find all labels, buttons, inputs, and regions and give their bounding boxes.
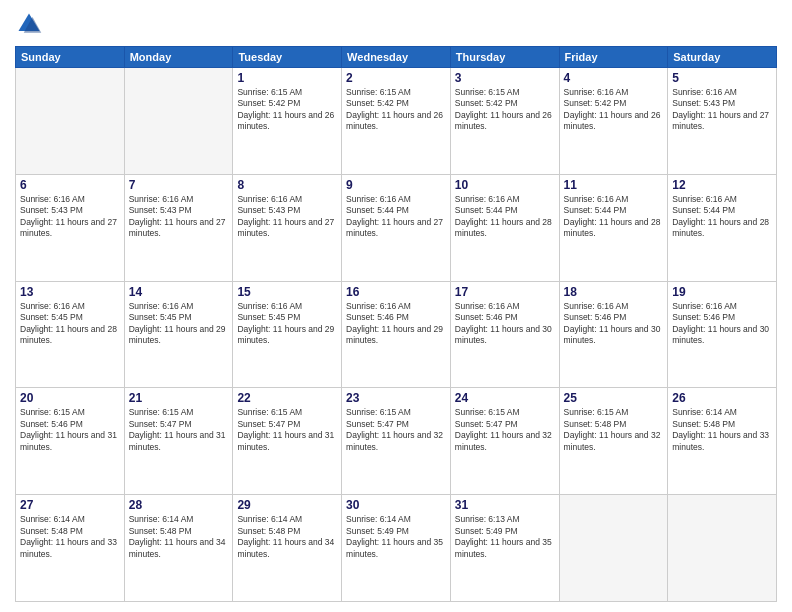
calendar-cell: 14Sunrise: 6:16 AM Sunset: 5:45 PM Dayli… bbox=[124, 281, 233, 388]
weekday-saturday: Saturday bbox=[668, 47, 777, 68]
week-row-3: 13Sunrise: 6:16 AM Sunset: 5:45 PM Dayli… bbox=[16, 281, 777, 388]
weekday-wednesday: Wednesday bbox=[342, 47, 451, 68]
cell-text: Sunrise: 6:13 AM Sunset: 5:49 PM Dayligh… bbox=[455, 514, 555, 560]
calendar-header: SundayMondayTuesdayWednesdayThursdayFrid… bbox=[16, 47, 777, 68]
calendar-cell: 3Sunrise: 6:15 AM Sunset: 5:42 PM Daylig… bbox=[450, 68, 559, 175]
calendar-cell: 27Sunrise: 6:14 AM Sunset: 5:48 PM Dayli… bbox=[16, 495, 125, 602]
cell-text: Sunrise: 6:15 AM Sunset: 5:47 PM Dayligh… bbox=[129, 407, 229, 453]
calendar-cell: 25Sunrise: 6:15 AM Sunset: 5:48 PM Dayli… bbox=[559, 388, 668, 495]
day-number: 2 bbox=[346, 71, 446, 85]
cell-text: Sunrise: 6:16 AM Sunset: 5:46 PM Dayligh… bbox=[564, 301, 664, 347]
day-number: 11 bbox=[564, 178, 664, 192]
day-number: 25 bbox=[564, 391, 664, 405]
day-number: 17 bbox=[455, 285, 555, 299]
logo bbox=[15, 10, 47, 38]
calendar-cell: 11Sunrise: 6:16 AM Sunset: 5:44 PM Dayli… bbox=[559, 174, 668, 281]
calendar-cell: 23Sunrise: 6:15 AM Sunset: 5:47 PM Dayli… bbox=[342, 388, 451, 495]
day-number: 7 bbox=[129, 178, 229, 192]
day-number: 9 bbox=[346, 178, 446, 192]
cell-text: Sunrise: 6:16 AM Sunset: 5:44 PM Dayligh… bbox=[346, 194, 446, 240]
day-number: 15 bbox=[237, 285, 337, 299]
calendar-cell bbox=[559, 495, 668, 602]
header bbox=[15, 10, 777, 38]
day-number: 1 bbox=[237, 71, 337, 85]
day-number: 16 bbox=[346, 285, 446, 299]
weekday-friday: Friday bbox=[559, 47, 668, 68]
calendar-cell: 2Sunrise: 6:15 AM Sunset: 5:42 PM Daylig… bbox=[342, 68, 451, 175]
calendar-cell: 20Sunrise: 6:15 AM Sunset: 5:46 PM Dayli… bbox=[16, 388, 125, 495]
day-number: 23 bbox=[346, 391, 446, 405]
calendar-cell: 17Sunrise: 6:16 AM Sunset: 5:46 PM Dayli… bbox=[450, 281, 559, 388]
cell-text: Sunrise: 6:16 AM Sunset: 5:45 PM Dayligh… bbox=[237, 301, 337, 347]
cell-text: Sunrise: 6:15 AM Sunset: 5:47 PM Dayligh… bbox=[346, 407, 446, 453]
week-row-1: 1Sunrise: 6:15 AM Sunset: 5:42 PM Daylig… bbox=[16, 68, 777, 175]
day-number: 24 bbox=[455, 391, 555, 405]
calendar-cell: 30Sunrise: 6:14 AM Sunset: 5:49 PM Dayli… bbox=[342, 495, 451, 602]
day-number: 12 bbox=[672, 178, 772, 192]
day-number: 31 bbox=[455, 498, 555, 512]
cell-text: Sunrise: 6:16 AM Sunset: 5:43 PM Dayligh… bbox=[237, 194, 337, 240]
day-number: 5 bbox=[672, 71, 772, 85]
calendar-cell: 9Sunrise: 6:16 AM Sunset: 5:44 PM Daylig… bbox=[342, 174, 451, 281]
weekday-row: SundayMondayTuesdayWednesdayThursdayFrid… bbox=[16, 47, 777, 68]
calendar-cell: 8Sunrise: 6:16 AM Sunset: 5:43 PM Daylig… bbox=[233, 174, 342, 281]
calendar-table: SundayMondayTuesdayWednesdayThursdayFrid… bbox=[15, 46, 777, 602]
calendar-cell: 24Sunrise: 6:15 AM Sunset: 5:47 PM Dayli… bbox=[450, 388, 559, 495]
cell-text: Sunrise: 6:15 AM Sunset: 5:46 PM Dayligh… bbox=[20, 407, 120, 453]
day-number: 3 bbox=[455, 71, 555, 85]
week-row-4: 20Sunrise: 6:15 AM Sunset: 5:46 PM Dayli… bbox=[16, 388, 777, 495]
cell-text: Sunrise: 6:16 AM Sunset: 5:44 PM Dayligh… bbox=[564, 194, 664, 240]
calendar-cell: 5Sunrise: 6:16 AM Sunset: 5:43 PM Daylig… bbox=[668, 68, 777, 175]
day-number: 27 bbox=[20, 498, 120, 512]
calendar-cell: 22Sunrise: 6:15 AM Sunset: 5:47 PM Dayli… bbox=[233, 388, 342, 495]
cell-text: Sunrise: 6:14 AM Sunset: 5:48 PM Dayligh… bbox=[20, 514, 120, 560]
cell-text: Sunrise: 6:16 AM Sunset: 5:45 PM Dayligh… bbox=[129, 301, 229, 347]
calendar-cell: 21Sunrise: 6:15 AM Sunset: 5:47 PM Dayli… bbox=[124, 388, 233, 495]
cell-text: Sunrise: 6:16 AM Sunset: 5:46 PM Dayligh… bbox=[672, 301, 772, 347]
calendar-cell: 7Sunrise: 6:16 AM Sunset: 5:43 PM Daylig… bbox=[124, 174, 233, 281]
cell-text: Sunrise: 6:16 AM Sunset: 5:42 PM Dayligh… bbox=[564, 87, 664, 133]
cell-text: Sunrise: 6:14 AM Sunset: 5:49 PM Dayligh… bbox=[346, 514, 446, 560]
calendar-cell: 31Sunrise: 6:13 AM Sunset: 5:49 PM Dayli… bbox=[450, 495, 559, 602]
cell-text: Sunrise: 6:16 AM Sunset: 5:44 PM Dayligh… bbox=[455, 194, 555, 240]
cell-text: Sunrise: 6:15 AM Sunset: 5:48 PM Dayligh… bbox=[564, 407, 664, 453]
cell-text: Sunrise: 6:16 AM Sunset: 5:46 PM Dayligh… bbox=[455, 301, 555, 347]
day-number: 21 bbox=[129, 391, 229, 405]
day-number: 13 bbox=[20, 285, 120, 299]
calendar-cell: 29Sunrise: 6:14 AM Sunset: 5:48 PM Dayli… bbox=[233, 495, 342, 602]
calendar-cell: 15Sunrise: 6:16 AM Sunset: 5:45 PM Dayli… bbox=[233, 281, 342, 388]
day-number: 14 bbox=[129, 285, 229, 299]
cell-text: Sunrise: 6:16 AM Sunset: 5:43 PM Dayligh… bbox=[129, 194, 229, 240]
week-row-2: 6Sunrise: 6:16 AM Sunset: 5:43 PM Daylig… bbox=[16, 174, 777, 281]
cell-text: Sunrise: 6:16 AM Sunset: 5:43 PM Dayligh… bbox=[20, 194, 120, 240]
week-row-5: 27Sunrise: 6:14 AM Sunset: 5:48 PM Dayli… bbox=[16, 495, 777, 602]
cell-text: Sunrise: 6:15 AM Sunset: 5:47 PM Dayligh… bbox=[237, 407, 337, 453]
day-number: 20 bbox=[20, 391, 120, 405]
weekday-tuesday: Tuesday bbox=[233, 47, 342, 68]
calendar-cell: 10Sunrise: 6:16 AM Sunset: 5:44 PM Dayli… bbox=[450, 174, 559, 281]
calendar-cell: 16Sunrise: 6:16 AM Sunset: 5:46 PM Dayli… bbox=[342, 281, 451, 388]
calendar-cell: 1Sunrise: 6:15 AM Sunset: 5:42 PM Daylig… bbox=[233, 68, 342, 175]
calendar-cell: 19Sunrise: 6:16 AM Sunset: 5:46 PM Dayli… bbox=[668, 281, 777, 388]
day-number: 26 bbox=[672, 391, 772, 405]
day-number: 29 bbox=[237, 498, 337, 512]
cell-text: Sunrise: 6:16 AM Sunset: 5:46 PM Dayligh… bbox=[346, 301, 446, 347]
calendar-cell: 12Sunrise: 6:16 AM Sunset: 5:44 PM Dayli… bbox=[668, 174, 777, 281]
cell-text: Sunrise: 6:14 AM Sunset: 5:48 PM Dayligh… bbox=[672, 407, 772, 453]
calendar-cell: 4Sunrise: 6:16 AM Sunset: 5:42 PM Daylig… bbox=[559, 68, 668, 175]
cell-text: Sunrise: 6:16 AM Sunset: 5:45 PM Dayligh… bbox=[20, 301, 120, 347]
day-number: 22 bbox=[237, 391, 337, 405]
cell-text: Sunrise: 6:16 AM Sunset: 5:44 PM Dayligh… bbox=[672, 194, 772, 240]
day-number: 4 bbox=[564, 71, 664, 85]
day-number: 19 bbox=[672, 285, 772, 299]
weekday-monday: Monday bbox=[124, 47, 233, 68]
page: SundayMondayTuesdayWednesdayThursdayFrid… bbox=[0, 0, 792, 612]
weekday-thursday: Thursday bbox=[450, 47, 559, 68]
calendar-cell: 13Sunrise: 6:16 AM Sunset: 5:45 PM Dayli… bbox=[16, 281, 125, 388]
cell-text: Sunrise: 6:16 AM Sunset: 5:43 PM Dayligh… bbox=[672, 87, 772, 133]
day-number: 18 bbox=[564, 285, 664, 299]
calendar-cell bbox=[668, 495, 777, 602]
calendar-cell bbox=[124, 68, 233, 175]
day-number: 6 bbox=[20, 178, 120, 192]
cell-text: Sunrise: 6:15 AM Sunset: 5:42 PM Dayligh… bbox=[237, 87, 337, 133]
